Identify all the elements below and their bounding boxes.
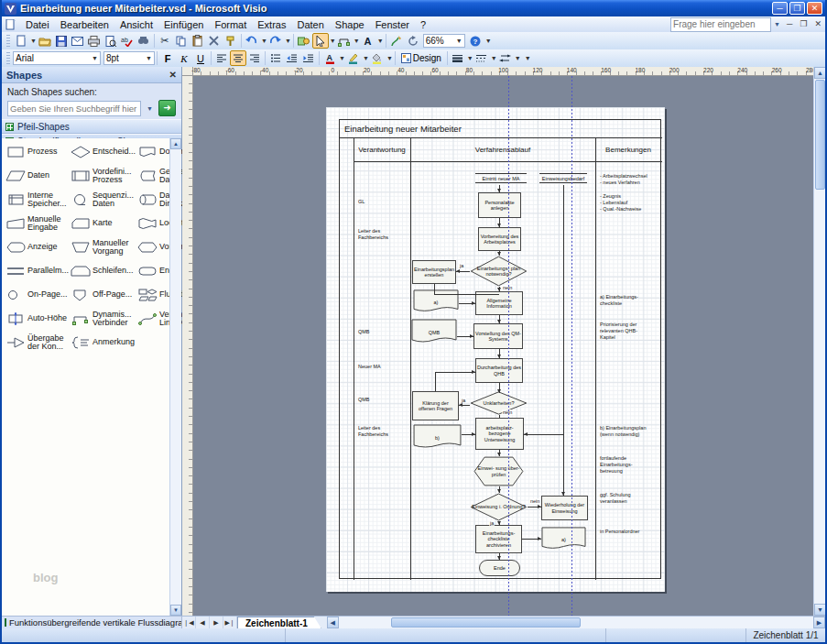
open-button[interactable] xyxy=(37,33,53,49)
scroll-up-icon[interactable]: ▲ xyxy=(170,138,181,149)
font-family-combo[interactable]: Arial▼ xyxy=(13,51,101,65)
menu-fenster[interactable]: Fenster xyxy=(370,18,415,31)
flow-node-document[interactable]: b) xyxy=(413,424,462,452)
scroll-left-icon[interactable]: ◀ xyxy=(327,617,339,628)
stencil-shape-anzeige[interactable]: Anzeige xyxy=(5,236,70,258)
doc-restore-button[interactable]: ❐ xyxy=(796,17,811,31)
stencil-shape-auto-hoehe[interactable]: Auto-Höhe xyxy=(5,308,70,330)
zoom-combo[interactable]: 66%▼ xyxy=(423,34,465,48)
stencil-shape-vordefinierter-prozess[interactable]: Vordefini... Prozess xyxy=(70,165,136,187)
pointer-tool-button[interactable] xyxy=(312,33,329,49)
prev-sheet-button[interactable]: ◀ xyxy=(196,617,210,628)
line-color-dropdown-icon[interactable]: ▼ xyxy=(363,55,369,61)
line-ends-dropdown-icon[interactable]: ▼ xyxy=(515,55,521,61)
menu-einfuegen[interactable]: Einfügen xyxy=(158,18,209,31)
stencil-shape-parallelmodus[interactable]: Parallelm... xyxy=(5,260,70,282)
flow-node-start-band[interactable]: Eintritt neuer MA xyxy=(475,173,527,183)
scrollbar-thumb[interactable] xyxy=(815,80,825,190)
stencil-status-item[interactable]: Funktionsübergreifende vertikale Flussdi… xyxy=(2,617,182,628)
design-button[interactable]: Design xyxy=(397,50,445,66)
pointer-tool-dropdown-icon[interactable]: ▼ xyxy=(330,38,336,44)
format-painter-button[interactable] xyxy=(223,33,239,49)
connector-tool-dropdown-icon[interactable]: ▼ xyxy=(354,38,360,44)
guide-line[interactable] xyxy=(571,76,572,616)
flow-node-process[interactable]: Einarbeitungs- checkliste archivieren xyxy=(475,525,522,553)
drawing-page[interactable]: Einarbeitung neuer Mitarbeiter Verantwor… xyxy=(326,107,665,592)
text-tool-button[interactable]: A xyxy=(360,33,376,49)
menu-daten[interactable]: Daten xyxy=(291,18,329,31)
line-pattern-dropdown-icon[interactable]: ▼ xyxy=(491,55,497,61)
menu-bearbeiten[interactable]: Bearbeiten xyxy=(55,18,114,31)
undo-dropdown-icon[interactable]: ▼ xyxy=(261,38,267,44)
close-button[interactable]: ✕ xyxy=(807,2,822,15)
stencil-section-pfeil-shapes[interactable]: Pfeil-Shapes xyxy=(2,119,181,134)
new-document-button[interactable] xyxy=(13,33,29,49)
menu-extras[interactable]: Extras xyxy=(252,18,291,31)
print-preview-button[interactable] xyxy=(103,33,119,49)
shape-search-go-button[interactable]: ➜ xyxy=(158,100,176,116)
scroll-right-icon[interactable]: ▶ xyxy=(813,617,825,628)
font-size-dropdown-icon[interactable]: ▼ xyxy=(146,55,152,61)
align-right-button[interactable] xyxy=(246,50,263,66)
shapes-panel-close-icon[interactable]: ✕ xyxy=(169,70,177,80)
undo-button[interactable] xyxy=(244,33,260,49)
flow-node-process[interactable]: Vorstellung des QM-Systems xyxy=(473,323,523,349)
increase-indent-button[interactable] xyxy=(300,50,317,66)
line-weight-dropdown-icon[interactable]: ▼ xyxy=(467,55,473,61)
flow-node-process[interactable]: Durcharbeitung des QHB xyxy=(475,358,523,383)
fill-color-dropdown-icon[interactable]: ▼ xyxy=(386,55,393,61)
sheet-tab-zeichenblatt-1[interactable]: Zeichenblatt-1 xyxy=(237,617,321,628)
stencil-shape-manueller-vorgang[interactable]: Manueller Vorgang xyxy=(70,236,136,258)
redo-button[interactable] xyxy=(267,33,284,49)
stencil-shape-daten[interactable]: Daten xyxy=(5,165,70,187)
menu-ansicht[interactable]: Ansicht xyxy=(114,18,158,31)
stencil-shape-entscheidung[interactable]: Entscheid... xyxy=(70,141,136,163)
maximize-button[interactable]: ❐ xyxy=(789,2,805,15)
stencil-shape-manuelle-eingabe[interactable]: Manuelle Eingabe xyxy=(5,213,70,235)
canvas[interactable]: Einarbeitung neuer Mitarbeiter Verantwor… xyxy=(193,76,817,616)
menu-hilfe[interactable]: ? xyxy=(415,18,431,31)
flow-node-process[interactable]: Personalakte anlegen xyxy=(478,192,521,218)
paste-button[interactable] xyxy=(190,33,206,49)
flow-node-decision[interactable]: Unklarheiten? xyxy=(470,391,528,415)
stencil-shape-schleifengrenze[interactable]: Schleifen... xyxy=(70,260,136,282)
flow-node-decision[interactable]: Einweisung i. Ordnung? xyxy=(470,493,528,521)
bold-button[interactable]: F xyxy=(159,50,176,66)
fill-color-button[interactable] xyxy=(369,50,386,66)
shape-gallery-button[interactable] xyxy=(296,33,312,49)
spelling-button[interactable]: ab xyxy=(119,33,136,49)
stencil-shape-prozess[interactable]: Prozess xyxy=(5,141,70,163)
toolbar-options-icon[interactable]: ▼ xyxy=(525,55,531,61)
help-button[interactable]: ? xyxy=(467,33,484,49)
scrollbar-thumb[interactable] xyxy=(391,617,581,628)
flow-node-process[interactable]: Wiederholung der Einweisung xyxy=(541,496,588,520)
flow-node-process[interactable]: Klärung der offenen Fragen xyxy=(412,391,459,420)
connector-tool-button[interactable] xyxy=(336,33,353,49)
stencil-shape-uebergabe-der-kontrolle[interactable]: Übergabe der Kon... xyxy=(5,332,70,354)
minimize-button[interactable]: ─ xyxy=(772,2,788,15)
font-dropdown-icon[interactable]: ▼ xyxy=(92,55,98,61)
flow-node-decision[interactable]: Einarbeitungs- plan notwendig? xyxy=(470,256,528,287)
toolbar-options-icon[interactable]: ▼ xyxy=(485,38,492,44)
redo-dropdown-icon[interactable]: ▼ xyxy=(285,38,291,44)
line-weight-button[interactable] xyxy=(450,50,466,66)
flow-node-document[interactable]: a) xyxy=(541,527,586,552)
zoom-dropdown-icon[interactable]: ▼ xyxy=(456,38,462,44)
scroll-up-icon[interactable]: ▲ xyxy=(814,67,826,79)
flow-node-start-band[interactable]: Einweisungsbedarf xyxy=(539,173,587,183)
decrease-indent-button[interactable] xyxy=(284,50,300,66)
next-sheet-button[interactable]: ▶ xyxy=(210,617,223,628)
text-tool-dropdown-icon[interactable]: ▼ xyxy=(377,38,384,44)
print-button[interactable] xyxy=(86,33,103,49)
flow-node-process[interactable]: Einarbeitungsplan erstellen xyxy=(412,260,456,284)
delete-button[interactable] xyxy=(206,33,223,49)
scroll-down-icon[interactable]: ▼ xyxy=(170,605,181,616)
doc-close-button[interactable]: ✕ xyxy=(811,17,825,31)
ask-dropdown-icon[interactable]: ▼ xyxy=(771,21,783,27)
doc-minimize-button[interactable]: ─ xyxy=(783,17,796,31)
bullets-button[interactable] xyxy=(267,50,284,66)
flow-node-process[interactable]: Vorbereitung des Arbeitsplatzes xyxy=(478,227,521,251)
shapes-panel-scrollbar[interactable]: ▲ ▼ xyxy=(169,138,181,616)
toolbar-grip[interactable] xyxy=(6,52,10,65)
flow-node-terminator[interactable]: Ende xyxy=(479,560,520,576)
